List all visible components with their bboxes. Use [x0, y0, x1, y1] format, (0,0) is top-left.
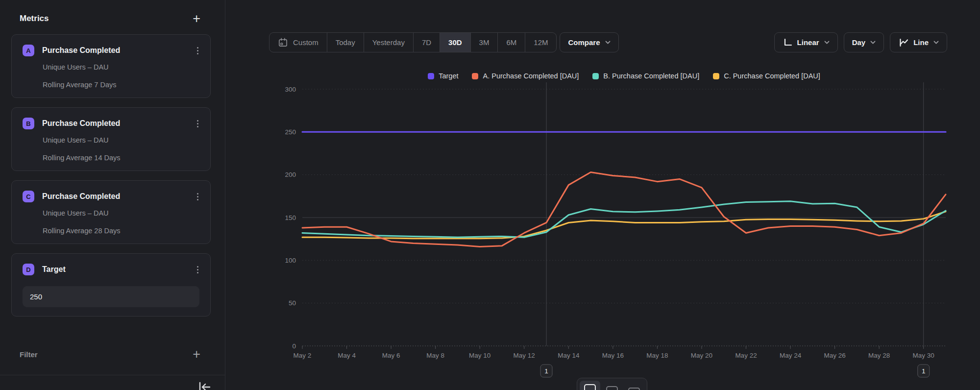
- metrics-sidebar: Metrics + A Purchase Completed Unique Us…: [0, 0, 225, 390]
- svg-text:May 10: May 10: [469, 352, 490, 359]
- metric-badge-d: D: [23, 264, 34, 275]
- filter-section: Filter +: [0, 326, 225, 359]
- chart-panel: Custom Today Yesterday 7D 30D 3M 6M 12M …: [225, 0, 980, 390]
- line-chart[interactable]: 050100150200250300May 2May 4May 6May 8Ma…: [225, 0, 980, 390]
- sidebar-header: Metrics +: [0, 0, 225, 34]
- svg-text:May 12: May 12: [514, 352, 535, 359]
- filter-label: Filter: [20, 350, 38, 359]
- target-card[interactable]: D Target: [11, 253, 211, 317]
- svg-text:0: 0: [292, 342, 296, 350]
- svg-text:May 2: May 2: [294, 352, 312, 359]
- svg-text:May 16: May 16: [602, 352, 624, 359]
- metric-rolling-average: Rolling Average 28 Days: [43, 227, 199, 235]
- svg-text:May 20: May 20: [691, 352, 712, 359]
- target-value-input[interactable]: [23, 286, 199, 307]
- svg-text:May 22: May 22: [735, 352, 757, 359]
- svg-text:May 4: May 4: [338, 352, 356, 359]
- metric-title: Purchase Completed: [42, 119, 188, 128]
- svg-text:May 24: May 24: [780, 352, 802, 359]
- metric-menu-icon[interactable]: [196, 191, 199, 202]
- svg-text:May 8: May 8: [426, 352, 444, 359]
- size-small-icon: [628, 388, 640, 390]
- svg-text:200: 200: [285, 171, 296, 178]
- metric-measurement: Unique Users – DAU: [43, 136, 199, 144]
- metric-menu-icon[interactable]: [196, 264, 199, 275]
- metric-badge-b: B: [23, 118, 34, 129]
- svg-text:50: 50: [289, 299, 296, 307]
- metric-card-c[interactable]: C Purchase Completed Unique Users – DAU …: [11, 180, 211, 244]
- metrics-report-app: Metrics + A Purchase Completed Unique Us…: [0, 0, 980, 390]
- add-metric-button[interactable]: +: [193, 14, 200, 24]
- metrics-section-title: Metrics: [20, 14, 49, 24]
- metric-menu-icon[interactable]: [196, 118, 199, 129]
- size-medium-icon: [606, 386, 618, 390]
- metric-measurement: Unique Users – DAU: [43, 63, 199, 71]
- metric-measurement: Unique Users – DAU: [43, 209, 199, 217]
- sidebar-divider: [0, 375, 225, 375]
- metric-badge-c: C: [23, 191, 34, 202]
- collapse-arrow-icon: [196, 381, 211, 390]
- metric-menu-icon[interactable]: [196, 45, 199, 56]
- size-large-icon: [584, 384, 596, 390]
- svg-text:100: 100: [285, 257, 296, 264]
- metric-title: Purchase Completed: [42, 192, 188, 201]
- collapse-sidebar-button[interactable]: [196, 381, 211, 390]
- metric-rolling-average: Rolling Average 7 Days: [43, 81, 199, 89]
- svg-text:May 18: May 18: [646, 352, 668, 359]
- chart-size-toggle: [577, 378, 647, 390]
- svg-text:1: 1: [922, 367, 926, 375]
- target-title: Target: [42, 265, 188, 274]
- svg-text:May 30: May 30: [913, 352, 934, 359]
- svg-text:150: 150: [285, 214, 296, 221]
- metric-card-b[interactable]: B Purchase Completed Unique Users – DAU …: [11, 107, 211, 171]
- chart-size-small-button[interactable]: [624, 381, 644, 390]
- metric-rolling-average: Rolling Average 14 Days: [43, 154, 199, 162]
- metric-badge-a: A: [23, 45, 34, 56]
- svg-text:300: 300: [285, 86, 296, 93]
- metric-card-a[interactable]: A Purchase Completed Unique Users – DAU …: [11, 34, 211, 98]
- svg-text:May 28: May 28: [868, 352, 890, 359]
- metric-title: Purchase Completed: [42, 46, 188, 55]
- svg-text:May 14: May 14: [558, 352, 580, 359]
- chart-size-medium-button[interactable]: [602, 381, 622, 390]
- svg-text:May 6: May 6: [382, 352, 400, 359]
- svg-text:May 26: May 26: [824, 352, 845, 359]
- add-filter-button[interactable]: +: [193, 349, 200, 359]
- chart-size-large-button[interactable]: [580, 381, 600, 390]
- svg-text:1: 1: [544, 367, 548, 375]
- svg-text:250: 250: [285, 128, 296, 136]
